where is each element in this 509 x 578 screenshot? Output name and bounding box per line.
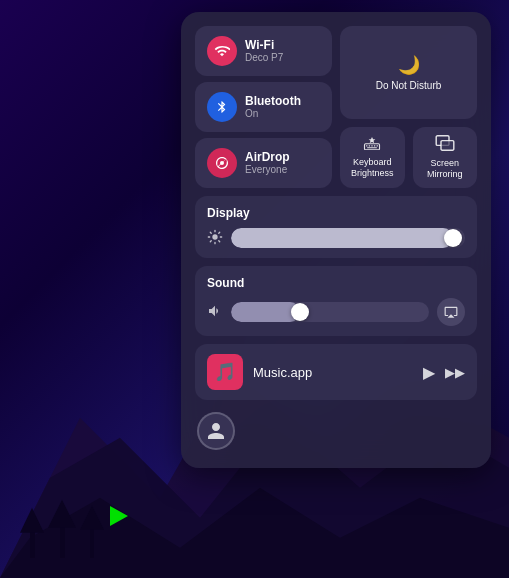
- moon-icon: 🌙: [398, 54, 420, 76]
- left-column: Wi-Fi Deco P7 Bluetooth On: [195, 26, 332, 188]
- bluetooth-subtitle: On: [245, 108, 301, 120]
- svg-rect-15: [377, 146, 379, 147]
- svg-rect-14: [374, 146, 376, 147]
- do-not-disturb-label: Do Not Disturb: [376, 80, 442, 92]
- svg-rect-7: [90, 526, 94, 558]
- sound-slider-thumb[interactable]: [291, 303, 309, 321]
- svg-rect-16: [367, 148, 377, 149]
- sound-slider-fill: [231, 302, 300, 322]
- display-slider-thumb[interactable]: [444, 229, 462, 247]
- airdrop-title: AirDrop: [245, 150, 290, 164]
- display-slider-fill: [231, 228, 453, 248]
- airdrop-subtitle: Everyone: [245, 164, 290, 176]
- music-controls: ▶ ▶▶: [423, 363, 465, 382]
- keyboard-brightness-tile[interactable]: Keyboard Brightness: [340, 127, 405, 188]
- svg-rect-13: [372, 146, 374, 147]
- keyboard-brightness-label: Keyboard Brightness: [348, 157, 397, 179]
- sound-slider-track[interactable]: [231, 302, 429, 322]
- bluetooth-title: Bluetooth: [245, 94, 301, 108]
- bluetooth-icon: [207, 92, 237, 122]
- keyboard-brightness-icon: [363, 136, 381, 153]
- control-center-panel: Wi-Fi Deco P7 Bluetooth On: [181, 12, 491, 468]
- bluetooth-tile[interactable]: Bluetooth On: [195, 82, 332, 132]
- svg-rect-12: [369, 146, 371, 147]
- wifi-subtitle: Deco P7: [245, 52, 283, 64]
- user-row: [195, 408, 477, 454]
- right-column: 🌙 Do Not Disturb: [340, 26, 477, 188]
- display-section: Display: [195, 196, 477, 258]
- forward-button[interactable]: ▶▶: [445, 365, 465, 380]
- screen-mirroring-tile[interactable]: Screen Mirroring: [413, 127, 478, 188]
- display-label: Display: [207, 206, 465, 220]
- bluetooth-text: Bluetooth On: [245, 94, 301, 120]
- music-app-icon: 🎵: [207, 354, 243, 390]
- svg-rect-10: [365, 144, 380, 150]
- svg-point-19: [212, 234, 217, 239]
- screen-mirroring-icon: [435, 135, 455, 154]
- wifi-title: Wi-Fi: [245, 38, 283, 52]
- sound-slider-row: [207, 298, 465, 326]
- brightness-icon: [207, 229, 223, 248]
- airplay-button[interactable]: [437, 298, 465, 326]
- sound-section: Sound: [195, 266, 477, 336]
- wifi-text: Wi-Fi Deco P7: [245, 38, 283, 64]
- svg-rect-18: [441, 141, 454, 151]
- wifi-tile[interactable]: Wi-Fi Deco P7: [195, 26, 332, 76]
- airdrop-icon: [207, 148, 237, 178]
- airdrop-tile[interactable]: AirDrop Everyone: [195, 138, 332, 188]
- airdrop-text: AirDrop Everyone: [245, 150, 290, 176]
- svg-rect-11: [366, 146, 368, 147]
- green-arrow-icon: [110, 506, 128, 526]
- svg-rect-5: [60, 523, 65, 558]
- wifi-icon: [207, 36, 237, 66]
- display-slider-track[interactable]: [231, 228, 465, 248]
- user-icon-button[interactable]: [197, 412, 235, 450]
- sound-label: Sound: [207, 276, 465, 290]
- music-section: 🎵 Music.app ▶ ▶▶: [195, 344, 477, 400]
- do-not-disturb-tile[interactable]: 🌙 Do Not Disturb: [340, 26, 477, 119]
- play-button[interactable]: ▶: [423, 363, 435, 382]
- music-app-name: Music.app: [253, 365, 413, 380]
- top-section: Wi-Fi Deco P7 Bluetooth On: [195, 26, 477, 188]
- display-slider-row: [207, 228, 465, 248]
- speaker-icon: [207, 303, 223, 322]
- screen-mirroring-label: Screen Mirroring: [421, 158, 470, 180]
- arrow-indicator: [110, 506, 128, 526]
